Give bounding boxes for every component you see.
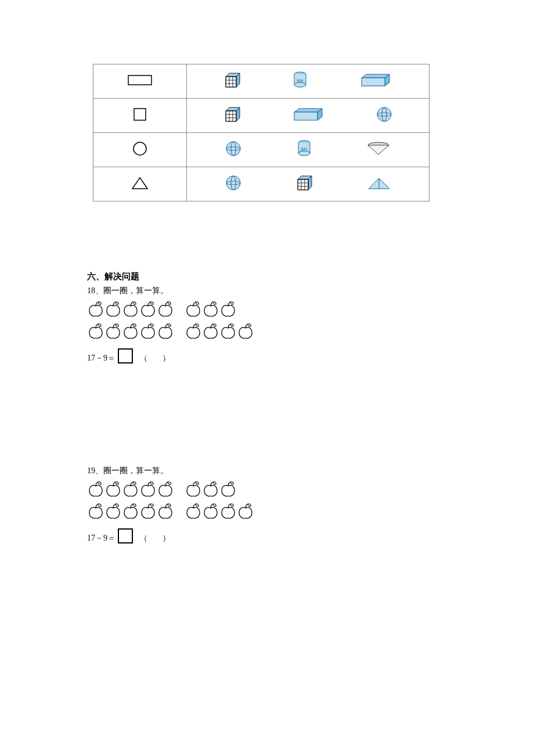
apple-icon[interactable]	[104, 502, 122, 523]
apple-icon[interactable]	[157, 480, 174, 501]
apple-icon[interactable]	[139, 480, 157, 501]
spacer	[87, 363, 447, 462]
apple-icon[interactable]	[87, 502, 104, 523]
apple-icon[interactable]	[87, 480, 104, 501]
apple-icon[interactable]	[185, 502, 202, 523]
apple-icon[interactable]	[139, 300, 157, 321]
answer-box[interactable]	[118, 528, 133, 543]
apple-icon[interactable]	[185, 322, 202, 343]
apple-icon[interactable]	[219, 300, 237, 321]
question-prompt: 18、圈一圈，算一算。	[87, 286, 447, 296]
apple-row	[87, 300, 447, 321]
table-row	[93, 99, 430, 133]
svg-text:茶叶: 茶叶	[301, 147, 308, 151]
cuboid-icon[interactable]	[358, 72, 393, 91]
svg-text:茶叶: 茶叶	[297, 79, 304, 82]
sphere-icon[interactable]	[224, 174, 243, 195]
apple-icon[interactable]	[139, 502, 157, 523]
equation-text: 17－9＝	[87, 353, 116, 363]
answer-box[interactable]	[118, 348, 133, 363]
svg-point-36	[377, 107, 391, 121]
svg-rect-35	[294, 112, 317, 120]
apple-icon[interactable]	[87, 322, 104, 343]
svg-rect-21	[134, 109, 146, 120]
apple-row	[87, 480, 447, 501]
circle-icon	[131, 151, 149, 160]
apple-icon[interactable]	[157, 322, 174, 343]
triangle3d-icon[interactable]	[366, 175, 392, 193]
svg-point-40	[226, 142, 240, 156]
shape-prompt-cell	[93, 99, 187, 133]
sphere-icon[interactable]	[224, 139, 243, 160]
shape-prompt-cell	[93, 167, 187, 201]
equation-line: 17－9＝（ ）	[87, 348, 447, 363]
question-prompt: 19、圈一圈，算一算。	[87, 466, 447, 476]
apple-icon[interactable]	[219, 480, 237, 501]
svg-point-52	[226, 176, 240, 190]
question-block: 19、圈一圈，算一算。	[87, 466, 447, 543]
apple-grid	[87, 480, 447, 523]
svg-rect-24	[226, 111, 236, 121]
svg-point-14	[294, 82, 306, 87]
apple-icon[interactable]	[122, 322, 139, 343]
apple-icon[interactable]	[237, 502, 254, 523]
apple-icon[interactable]	[202, 300, 219, 321]
apple-icon[interactable]	[185, 300, 202, 321]
table-row: 茶叶	[93, 64, 430, 99]
answer-paren[interactable]: （ ）	[140, 353, 170, 363]
apple-icon[interactable]	[87, 300, 104, 321]
apple-row	[87, 322, 447, 343]
question-block: 18、圈一圈，算一算。	[87, 286, 447, 363]
shape-options-cell: 茶叶	[186, 64, 429, 99]
apple-icon[interactable]	[237, 322, 254, 343]
sphere-icon[interactable]	[375, 105, 394, 126]
shape-options-cell	[186, 99, 429, 133]
apple-icon[interactable]	[104, 322, 122, 343]
apple-icon[interactable]	[219, 322, 237, 343]
section-title: 六、解决问题	[87, 271, 447, 282]
cylinder-icon[interactable]: 茶叶	[295, 139, 313, 161]
svg-marker-50	[368, 145, 389, 154]
svg-rect-0	[128, 75, 151, 85]
square-icon	[131, 117, 149, 125]
apple-icon[interactable]	[104, 300, 122, 321]
shape-options-cell: 茶叶	[186, 133, 429, 167]
apple-icon[interactable]	[139, 322, 157, 343]
svg-rect-57	[298, 179, 308, 190]
shape-options-cell	[186, 167, 429, 201]
svg-point-45	[298, 151, 310, 156]
table-row	[93, 167, 430, 201]
cylinder-icon[interactable]: 茶叶	[291, 70, 309, 92]
cube-icon[interactable]	[294, 174, 314, 195]
svg-marker-51	[132, 178, 147, 189]
apple-icon[interactable]	[219, 502, 237, 523]
equation-line: 17－9＝（ ）	[87, 528, 447, 543]
rectangle-icon	[125, 81, 155, 90]
svg-point-39	[134, 142, 146, 155]
cone-icon[interactable]	[366, 141, 391, 159]
apple-icon[interactable]	[157, 300, 174, 321]
cuboid-icon[interactable]	[291, 106, 326, 125]
apple-icon[interactable]	[157, 502, 174, 523]
questions-container: 18、圈一圈，算一算。	[87, 286, 447, 543]
shape-prompt-cell	[93, 64, 187, 99]
apple-icon[interactable]	[122, 480, 139, 501]
apple-icon[interactable]	[122, 502, 139, 523]
shape-prompt-cell	[93, 133, 187, 167]
apple-icon[interactable]	[185, 480, 202, 501]
table-row: 茶叶	[93, 133, 430, 167]
cube-icon[interactable]	[222, 105, 242, 126]
apple-icon[interactable]	[104, 480, 122, 501]
apple-icon[interactable]	[202, 502, 219, 523]
svg-rect-3	[226, 77, 236, 87]
equation-text: 17－9＝	[87, 533, 116, 543]
shape-match-table: 茶叶 茶叶	[93, 64, 430, 201]
answer-paren[interactable]: （ ）	[140, 533, 170, 543]
apple-icon[interactable]	[122, 300, 139, 321]
apple-icon[interactable]	[202, 480, 219, 501]
apple-row	[87, 502, 447, 523]
apple-icon[interactable]	[202, 322, 219, 343]
svg-rect-20	[362, 78, 385, 86]
cube-icon[interactable]	[222, 71, 242, 92]
triangle-icon	[129, 185, 150, 193]
